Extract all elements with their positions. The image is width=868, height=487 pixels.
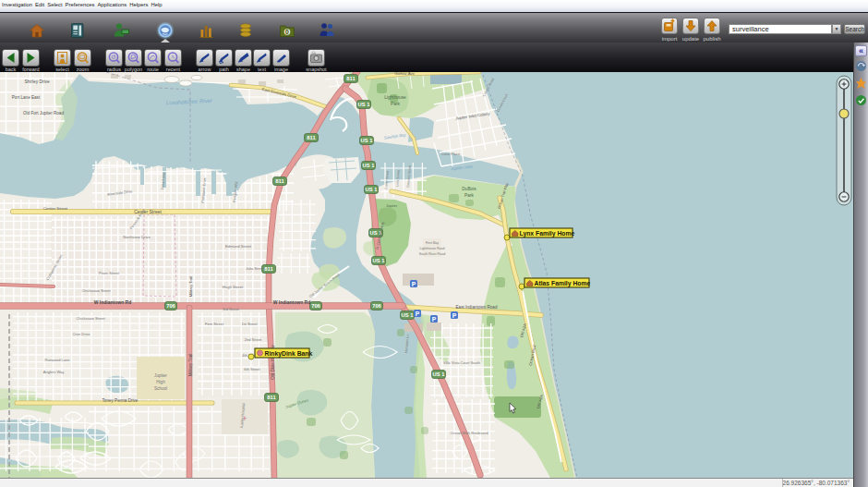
- svg-text:6th Street: 6th Street: [244, 367, 260, 371]
- svg-text:Villa Vista Court South: Villa Vista Court South: [443, 360, 480, 365]
- svg-text:Shirley Drive: Shirley Drive: [24, 79, 50, 84]
- svg-text:811: 811: [275, 178, 284, 184]
- svg-text:P: P: [432, 316, 437, 323]
- svg-text:706: 706: [311, 303, 320, 309]
- svg-text:2nd Street: 2nd Street: [245, 337, 262, 342]
- svg-text:Lighthouse Road: Lighthouse Road: [419, 247, 444, 250]
- svg-text:W Indiantown Rd: W Indiantown Rd: [273, 299, 311, 305]
- svg-text:Center Street: Center Street: [43, 206, 68, 211]
- svg-text:Edmund Street: Edmund Street: [225, 244, 252, 249]
- svg-text:School: School: [154, 386, 167, 391]
- svg-text:706: 706: [372, 303, 381, 309]
- svg-text:US 1: US 1: [366, 187, 379, 192]
- svg-text:Julia Street: Julia Street: [246, 266, 265, 271]
- svg-text:Atlas Family Home: Atlas Family Home: [535, 280, 591, 287]
- svg-text:US 1: US 1: [433, 371, 446, 377]
- svg-text:Port Lane East: Port Lane East: [12, 95, 41, 100]
- svg-text:Lynx Family Home: Lynx Family Home: [520, 230, 575, 237]
- svg-text:Cree Drive: Cree Drive: [72, 332, 90, 336]
- svg-text:W Indiantown Rd: W Indiantown Rd: [94, 299, 132, 305]
- svg-text:East Indiantown Road: East Indiantown Road: [456, 305, 498, 310]
- svg-text:Cove Place: Cove Place: [441, 152, 461, 156]
- svg-text:DuBois: DuBois: [462, 187, 476, 191]
- svg-text:811: 811: [264, 266, 273, 272]
- svg-text:First Bay: First Bay: [426, 241, 439, 245]
- svg-text:US 1: US 1: [363, 163, 376, 168]
- svg-text:Jupiter: Jupiter: [386, 203, 398, 208]
- svg-text:Ocean Walk Boulevard: Ocean Walk Boulevard: [451, 431, 488, 435]
- svg-text:High: High: [156, 380, 165, 384]
- svg-text:Gomez Ave: Gomez Ave: [394, 72, 415, 76]
- svg-text:US 1: US 1: [402, 312, 415, 318]
- svg-text:RinkyDink Bank: RinkyDink Bank: [265, 350, 313, 358]
- svg-text:Park: Park: [391, 102, 400, 106]
- svg-text:Anglers Way: Anglers Way: [43, 370, 65, 374]
- svg-text:811: 811: [307, 135, 316, 140]
- svg-text:Military Trail: Military Trail: [188, 354, 193, 377]
- svg-text:Chickasaw Street: Chickasaw Street: [81, 288, 111, 293]
- svg-text:South River Road: South River Road: [419, 252, 445, 256]
- svg-text:Jupiter: Jupiter: [154, 373, 167, 378]
- svg-text:811: 811: [267, 395, 276, 400]
- svg-text:Lighthouse: Lighthouse: [384, 95, 406, 100]
- svg-text:0: 0: [285, 29, 289, 35]
- svg-text:Military Trail: Military Trail: [188, 276, 193, 297]
- svg-text:Park: Park: [464, 193, 474, 198]
- svg-text:Fern Street: Fern Street: [205, 322, 224, 326]
- svg-text:811: 811: [346, 76, 356, 81]
- svg-text:706: 706: [166, 303, 175, 309]
- svg-text:Ranwood Lane: Ranwood Lane: [45, 358, 71, 362]
- svg-text:US 1: US 1: [361, 138, 374, 143]
- svg-text:Old Fort Jupiter Road: Old Fort Jupiter Road: [23, 111, 64, 116]
- svg-text:1st Street: 1st Street: [241, 322, 258, 326]
- svg-text:3rd Street: 3rd Street: [223, 307, 239, 311]
- svg-text:Hugh Street: Hugh Street: [223, 285, 244, 289]
- svg-text:Northview Drive: Northview Drive: [123, 235, 151, 239]
- svg-text:P: P: [412, 281, 416, 287]
- svg-text:Pines Street: Pines Street: [99, 271, 120, 275]
- svg-text:US 1: US 1: [373, 258, 386, 263]
- svg-text:Chickasaw Street: Chickasaw Street: [76, 316, 105, 321]
- svg-text:P: P: [452, 312, 457, 319]
- svg-text:Toney Penna Drive: Toney Penna Drive: [102, 398, 139, 403]
- svg-text:P: P: [416, 310, 420, 317]
- svg-text:US 1: US 1: [358, 102, 371, 107]
